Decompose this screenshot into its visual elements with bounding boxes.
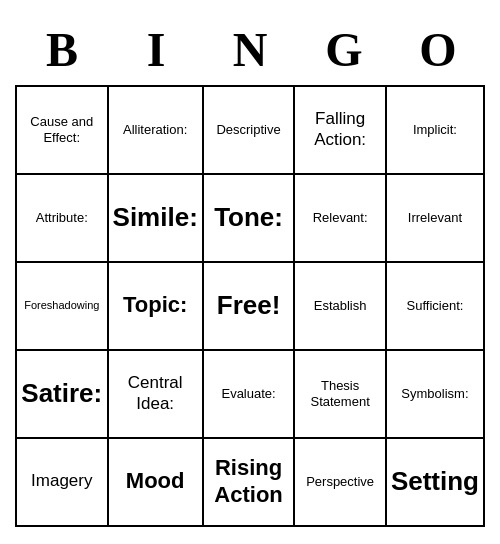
cell-text-18: Thesis Statement xyxy=(299,378,381,409)
header-letter-i: I xyxy=(112,22,200,77)
cell-text-9: Irrelevant xyxy=(408,210,462,226)
header-letter-g: G xyxy=(300,22,388,77)
cell-text-16: Central Idea: xyxy=(113,373,198,414)
cell-text-3: Falling Action: xyxy=(299,109,381,150)
cell-text-23: Perspective xyxy=(306,474,374,490)
bingo-header: BINGO xyxy=(15,18,485,85)
bingo-cell-20: Imagery xyxy=(17,439,109,527)
bingo-cell-12: Free! xyxy=(204,263,296,351)
bingo-cell-9: Irrelevant xyxy=(387,175,485,263)
bingo-cell-21: Mood xyxy=(109,439,204,527)
cell-text-20: Imagery xyxy=(31,471,92,491)
bingo-cell-13: Establish xyxy=(295,263,387,351)
bingo-cell-5: Attribute: xyxy=(17,175,109,263)
bingo-cell-22: Rising Action xyxy=(204,439,296,527)
bingo-cell-14: Sufficient: xyxy=(387,263,485,351)
cell-text-5: Attribute: xyxy=(36,210,88,226)
cell-text-1: Alliteration: xyxy=(123,122,187,138)
bingo-cell-6: Simile: xyxy=(109,175,204,263)
bingo-cell-24: Setting xyxy=(387,439,485,527)
cell-text-6: Simile: xyxy=(113,202,198,233)
cell-text-15: Satire: xyxy=(21,378,102,409)
cell-text-21: Mood xyxy=(126,468,185,494)
cell-text-4: Implicit: xyxy=(413,122,457,138)
cell-text-13: Establish xyxy=(314,298,367,314)
cell-text-17: Evaluate: xyxy=(221,386,275,402)
cell-text-11: Topic: xyxy=(123,292,187,318)
cell-text-0: Cause and Effect: xyxy=(21,114,103,145)
bingo-grid: Cause and Effect:Alliteration:Descriptiv… xyxy=(15,85,485,527)
bingo-cell-16: Central Idea: xyxy=(109,351,204,439)
cell-text-14: Sufficient: xyxy=(407,298,464,314)
cell-text-24: Setting xyxy=(391,466,479,497)
cell-text-2: Descriptive xyxy=(216,122,280,138)
bingo-cell-11: Topic: xyxy=(109,263,204,351)
bingo-cell-19: Symbolism: xyxy=(387,351,485,439)
cell-text-22: Rising Action xyxy=(208,455,290,508)
header-letter-n: N xyxy=(206,22,294,77)
bingo-cell-4: Implicit: xyxy=(387,87,485,175)
bingo-cell-15: Satire: xyxy=(17,351,109,439)
bingo-cell-23: Perspective xyxy=(295,439,387,527)
bingo-cell-0: Cause and Effect: xyxy=(17,87,109,175)
cell-text-10: Foreshadowing xyxy=(24,299,99,312)
cell-text-7: Tone: xyxy=(214,202,283,233)
bingo-cell-3: Falling Action: xyxy=(295,87,387,175)
cell-text-12: Free! xyxy=(217,290,281,321)
bingo-cell-8: Relevant: xyxy=(295,175,387,263)
header-letter-o: O xyxy=(394,22,482,77)
bingo-cell-17: Evaluate: xyxy=(204,351,296,439)
bingo-cell-2: Descriptive xyxy=(204,87,296,175)
header-letter-b: B xyxy=(18,22,106,77)
bingo-cell-1: Alliteration: xyxy=(109,87,204,175)
bingo-card: BINGO Cause and Effect:Alliteration:Desc… xyxy=(15,18,485,527)
bingo-cell-7: Tone: xyxy=(204,175,296,263)
bingo-cell-18: Thesis Statement xyxy=(295,351,387,439)
bingo-cell-10: Foreshadowing xyxy=(17,263,109,351)
cell-text-8: Relevant: xyxy=(313,210,368,226)
cell-text-19: Symbolism: xyxy=(401,386,468,402)
